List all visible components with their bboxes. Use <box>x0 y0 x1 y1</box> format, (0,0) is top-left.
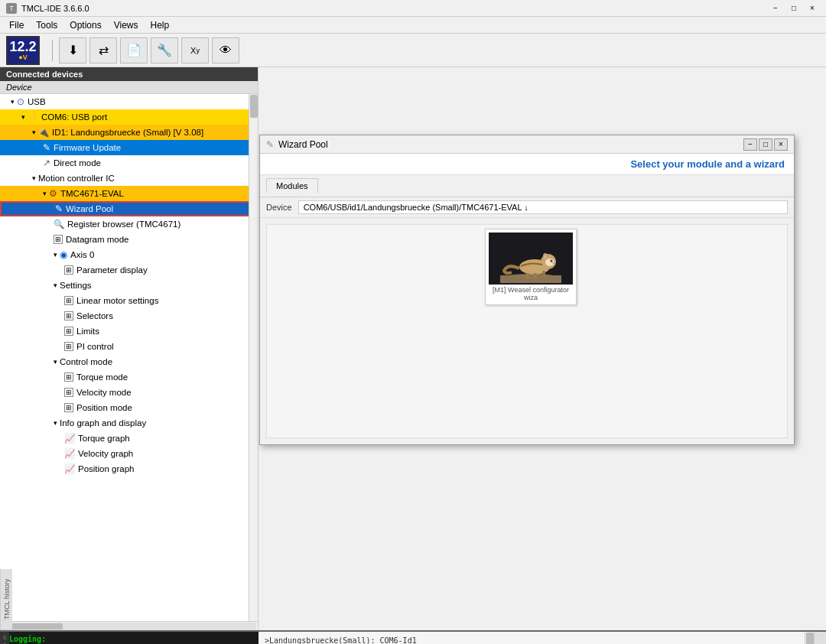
menu-tools[interactable]: Tools <box>30 18 63 32</box>
register-label: Register browser (TMC4671) <box>67 220 180 229</box>
wizard-pencil-icon: ✎ <box>266 139 274 150</box>
tree-item-velocity-mode[interactable]: ⊞ Velocity mode <box>0 385 258 400</box>
svg-rect-11 <box>525 273 529 279</box>
tree-item-param-display[interactable]: ⊞ Parameter display <box>0 262 258 278</box>
motion-label: Motion controller IC <box>38 174 115 183</box>
view-button[interactable]: 👁 <box>212 37 239 63</box>
tree-item-selectors[interactable]: ⊞ Selectors <box>0 308 258 324</box>
tmc-label: TMC4671-EVAL <box>60 189 124 198</box>
wizard-window-controls[interactable]: − □ × <box>743 138 788 151</box>
direct-icon: ↗ <box>43 158 50 168</box>
settings-arrow: ▾ <box>54 281 57 289</box>
file-button[interactable]: 📄 <box>120 37 148 63</box>
tree-item-motion-ic[interactable]: ▾ Motion controller IC <box>0 171 258 186</box>
id1-arrow: ▾ <box>32 128 36 136</box>
menu-options[interactable]: Options <box>63 18 107 32</box>
torque-graph-label: Torque graph <box>78 434 130 443</box>
hscroll-track <box>2 623 256 630</box>
svg-point-7 <box>551 260 552 261</box>
usb-label: USB <box>28 97 46 106</box>
firmware-icon: ✎ <box>43 142 50 153</box>
menu-views[interactable]: Views <box>108 18 145 32</box>
tree-item-usb[interactable]: ▾ ⊙ USB <box>0 94 258 109</box>
device-tree: ▾ ⊙ USB ▾ ⚡ COM6: USB port ▾ 🔌 ID1: Land… <box>0 94 258 621</box>
window-controls[interactable]: − □ × <box>768 3 820 14</box>
tree-scrollbar[interactable] <box>249 94 258 621</box>
menu-help[interactable]: Help <box>145 18 176 32</box>
tree-item-info-graph[interactable]: ▾ Info graph and display <box>0 415 258 431</box>
titlebar: T TMCL-IDE 3.6.6.0 − □ × <box>0 0 826 17</box>
tree-item-position-mode[interactable]: ⊞ Position mode <box>0 400 258 415</box>
advanced-tab[interactable]: Advanced to <box>814 632 826 644</box>
tree-scrollbar-thumb[interactable] <box>250 95 258 118</box>
maximize-button[interactable]: □ <box>786 3 802 14</box>
wizard-select-header: Select your module and a wizard <box>260 154 794 175</box>
tree-item-datagram[interactable]: ⊞ Datagram mode <box>0 232 258 247</box>
menu-file[interactable]: File <box>3 18 30 32</box>
tree-item-direct[interactable]: ↗ Direct mode <box>0 155 258 171</box>
position-graph-icon: 📈 <box>64 463 75 474</box>
wizard-device-label: Device <box>266 203 292 212</box>
right-log-scroll-thumb[interactable] <box>806 633 814 644</box>
velocity-mode-icon: ⊞ <box>64 388 73 397</box>
tree-item-control-mode[interactable]: ▾ Control mode <box>0 354 258 369</box>
tree-item-id1[interactable]: ▾ 🔌 ID1: Landungsbruecke (Small) [V 3.08… <box>0 125 258 140</box>
app-icon: T <box>6 3 17 14</box>
connected-devices-header: Connected devices <box>0 67 258 81</box>
toolbar: 12.2 ●V ⬇ ⇄ 📄 🔧 Xy 👁 <box>0 34 826 67</box>
log-panel: 5 1 Logging: Eds/XML done in 34 [ms]. [1… <box>0 632 259 644</box>
tree-item-firmware[interactable]: ✎ Firmware Update <box>0 140 258 155</box>
param-label: Parameter display <box>76 265 148 275</box>
wizard-card-weasel[interactable]: [M1] Weasel configurator wiza <box>485 229 577 305</box>
tree-item-torque-graph[interactable]: 📈 Torque graph <box>0 431 258 446</box>
wizard-tab-modules[interactable]: Modules <box>266 178 318 194</box>
settings-button[interactable]: 🔧 <box>151 37 178 63</box>
tree-hscrollbar[interactable] <box>0 621 258 630</box>
axis-arrow: ▾ <box>54 251 57 259</box>
tree-item-velocity-graph[interactable]: 📈 Velocity graph <box>0 446 258 461</box>
pi-label: PI control <box>76 342 114 351</box>
wizard-tabs-toolbar: Modules <box>260 175 794 197</box>
tree-item-settings[interactable]: ▾ Settings <box>0 278 258 293</box>
tree-item-tmc4671[interactable]: ▾ ⚙ TMC4671-EVAL <box>0 186 258 201</box>
minimize-button[interactable]: − <box>768 3 783 14</box>
selectors-icon: ⊞ <box>64 311 73 320</box>
svg-rect-13 <box>542 271 545 276</box>
wizard-device-select[interactable]: COM6/USB/id1/Landungsbruecke (Small)/TMC… <box>298 200 788 214</box>
xy-button[interactable]: Xy <box>181 37 209 63</box>
tmc-arrow: ▾ <box>43 190 47 197</box>
wizard-titlebar: ✎ Wizard Pool − □ × <box>260 135 794 154</box>
pi-icon: ⊞ <box>64 342 73 351</box>
wizard-minimize-btn[interactable]: − <box>743 138 757 151</box>
tree-item-register[interactable]: 🔍 Register browser (TMC4671) <box>0 216 258 232</box>
position-graph-label: Position graph <box>78 464 135 473</box>
upload-button[interactable]: ⇄ <box>89 37 117 63</box>
torque-graph-icon: 📈 <box>64 433 75 444</box>
wizard-close-btn[interactable]: × <box>774 138 788 151</box>
linear-label: Linear motor settings <box>76 296 158 305</box>
download-button[interactable]: ⬇ <box>59 37 86 63</box>
weasel-svg <box>489 233 573 285</box>
tree-item-com6[interactable]: ▾ ⚡ COM6: USB port <box>0 109 258 125</box>
close-button[interactable]: × <box>805 3 820 14</box>
usb-icon: ⊙ <box>17 96 24 107</box>
wizard-restore-btn[interactable]: □ <box>759 138 772 151</box>
right-log-scrollbar[interactable] <box>805 632 814 644</box>
svg-point-8 <box>552 262 555 264</box>
app-logo: 12.2 ●V <box>6 36 40 65</box>
motion-arrow: ▾ <box>32 174 36 182</box>
device-section-header: Device <box>0 81 258 94</box>
tmc-icon: ⚙ <box>49 188 57 199</box>
control-arrow: ▾ <box>54 358 57 366</box>
history-tab[interactable]: TMCL history <box>0 569 12 630</box>
axis-label: Axis 0 <box>70 250 94 259</box>
tree-item-torque-mode[interactable]: ⊞ Torque mode <box>0 369 258 385</box>
tree-item-wizard-pool[interactable]: ✎ Wizard Pool <box>0 201 258 216</box>
tree-item-axis[interactable]: ▾ ◉ Axis 0 <box>0 247 258 262</box>
tree-item-pi-control[interactable]: ⊞ PI control <box>0 339 258 354</box>
tree-item-limits[interactable]: ⊞ Limits <box>0 324 258 339</box>
com6-label: COM6: USB port <box>41 112 107 122</box>
tree-item-linear-motor[interactable]: ⊞ Linear motor settings <box>0 293 258 308</box>
tree-item-position-graph[interactable]: 📈 Position graph <box>0 461 258 476</box>
info-label: Info graph and display <box>60 418 146 428</box>
